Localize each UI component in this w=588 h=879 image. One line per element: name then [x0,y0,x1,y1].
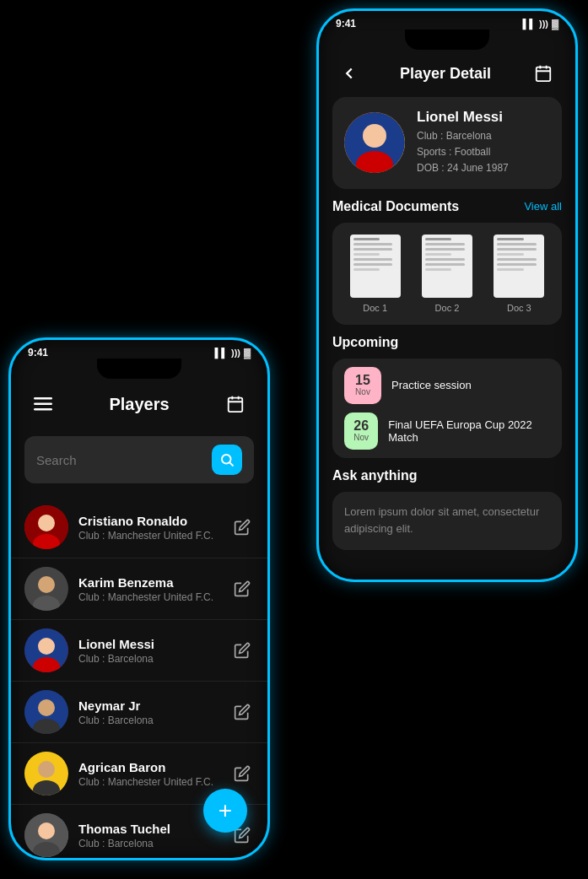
edit-icon[interactable] [230,577,254,601]
player-name: Cristiano Ronaldo [78,514,220,528]
upcoming-card: 15 Nov Practice session 26 Nov Final UEF… [332,359,562,458]
player-info: Karim Benzema Club : Manchester United F… [78,575,220,603]
list-item[interactable]: Neymar Jr Club : Barcelona [11,682,267,743]
docs-container: Doc 1 Doc 2 [332,223,562,325]
page-title-right: Player Detail [400,65,491,83]
svg-point-32 [363,124,386,148]
edit-icon[interactable] [230,762,254,785]
doc-thumbnail [422,235,472,298]
search-bar[interactable] [24,436,254,483]
event-date: 15 Nov [344,367,381,404]
avatar [24,752,68,795]
player-name: Karim Benzema [78,575,220,590]
player-name: Lionel Messi [78,637,220,651]
player-info: Agrican Baron Club : Manchester United F… [78,760,220,788]
event-item[interactable]: 26 Nov Final UEFA Europa Cup 2022 Match [344,413,550,450]
view-all-button[interactable]: View all [524,200,562,213]
notch-right [405,30,489,50]
event-name: Final UEFA Europa Cup 2022 Match [388,418,550,444]
section-title-medical: Medical Documents [332,199,459,214]
notch-left [97,359,181,379]
section-header-upcoming: Upcoming [332,335,562,350]
svg-point-19 [38,699,55,716]
avatar [24,567,68,611]
svg-point-13 [38,576,55,593]
event-date: 26 Nov [344,413,378,450]
section-header-ask: Ask anything [332,468,562,483]
add-player-button[interactable]: + [203,789,247,833]
player-club: Club : Manchester United F.C. [78,591,220,603]
calendar-button-right[interactable] [528,58,558,89]
event-item[interactable]: 15 Nov Practice session [344,367,550,404]
svg-point-16 [38,638,55,655]
page-title-left: Players [109,395,169,414]
detail-header: Player Detail [319,50,575,97]
status-icons-right: ▌▌ ))) ▓ [522,19,558,29]
player-info: Thomas Tuchel Club : Barcelona [78,822,220,849]
player-club: Club : Barcelona [78,715,220,726]
status-icons-left: ▌▌ ))) ▓ [214,348,251,358]
avatar [24,690,68,734]
avatar [24,813,68,857]
player-info: Cristiano Ronaldo Club : Manchester Unit… [78,514,220,542]
svg-point-22 [38,761,55,778]
left-phone: 9:41 ▌▌ ))) ▓ Players [8,337,270,860]
section-title-upcoming: Upcoming [332,335,398,350]
doc-label: Doc 3 [507,303,531,313]
ask-section: Ask anything Lorem ipsum dolor sit amet,… [332,468,562,551]
doc-thumbnail [494,235,544,298]
event-name: Practice session [391,379,472,391]
doc-item[interactable]: Doc 1 [350,235,401,313]
list-item[interactable]: Lionel Messi Club : Barcelona [11,620,267,682]
player-club: Club : Barcelona [78,653,220,665]
svg-point-25 [38,822,55,839]
list-item[interactable]: Cristiano Ronaldo Club : Manchester Unit… [11,497,267,558]
app-header-left: Players [11,379,267,429]
player-detail-info: Lionel Messi Club : Barcelona Sports : F… [417,109,509,177]
svg-rect-0 [34,397,52,400]
search-input[interactable] [36,453,205,467]
medical-docs-section: Medical Documents View all Doc 1 [332,199,562,325]
time-left: 9:41 [28,347,48,359]
calendar-button-left[interactable] [220,389,251,419]
player-info: Lionel Messi Club : Barcelona [78,637,220,665]
player-name: Agrican Baron [78,760,220,774]
section-header-medical: Medical Documents View all [332,199,562,214]
svg-point-10 [38,515,55,531]
doc-item[interactable]: Doc 3 [494,235,544,313]
player-club: Club : Barcelona [78,838,220,849]
doc-item[interactable]: Doc 2 [422,235,472,313]
svg-rect-1 [34,403,52,406]
edit-icon[interactable] [230,639,254,662]
player-info: Neymar Jr Club : Barcelona [78,698,220,726]
doc-thumbnail [350,235,401,298]
doc-label: Doc 2 [435,303,460,313]
svg-rect-2 [34,408,52,411]
svg-line-8 [229,462,233,466]
section-title-ask: Ask anything [332,468,417,483]
menu-button[interactable] [28,389,58,419]
edit-icon[interactable] [230,515,254,539]
svg-point-7 [222,455,231,464]
search-button[interactable] [212,445,242,475]
profile-card: Lionel Messi Club : Barcelona Sports : F… [332,97,562,189]
svg-rect-27 [537,67,551,82]
svg-rect-3 [229,398,243,413]
edit-icon[interactable] [230,700,254,724]
player-name: Thomas Tuchel [78,822,220,836]
ask-card[interactable]: Lorem ipsum dolor sit amet, consectetur … [332,492,562,551]
player-club: Club : Manchester United F.C. [78,530,220,542]
detail-player-name: Lionel Messi [417,109,509,126]
right-phone: 9:41 ▌▌ ))) ▓ Player Detail [316,8,578,582]
upcoming-section: Upcoming 15 Nov Practice session 26 Nov … [332,335,562,458]
doc-label: Doc 1 [363,303,387,313]
detail-player-club: Club : Barcelona Sports : Football DOB :… [417,128,509,177]
avatar [344,112,405,173]
player-club: Club : Manchester United F.C. [78,776,220,788]
avatar [24,505,68,549]
back-button[interactable] [336,60,363,87]
time-right: 9:41 [336,18,356,30]
list-item[interactable]: Karim Benzema Club : Manchester United F… [11,558,267,620]
player-name: Neymar Jr [78,698,220,713]
avatar [24,628,68,672]
